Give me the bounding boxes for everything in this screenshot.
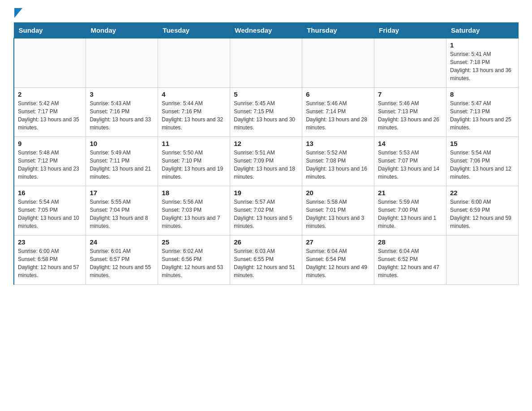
day-of-week-friday: Friday <box>374 23 446 39</box>
day-info: Sunrise: 5:56 AMSunset: 7:03 PMDaylight:… <box>162 198 226 230</box>
calendar-cell <box>14 38 86 87</box>
day-info: Sunrise: 5:49 AMSunset: 7:11 PMDaylight:… <box>90 149 154 181</box>
day-info: Sunrise: 6:02 AMSunset: 6:56 PMDaylight:… <box>162 247 226 279</box>
day-number: 13 <box>306 140 370 147</box>
day-number: 21 <box>378 189 442 197</box>
day-number: 24 <box>90 238 154 246</box>
day-info: Sunrise: 6:01 AMSunset: 6:57 PMDaylight:… <box>90 247 154 279</box>
day-info: Sunrise: 5:55 AMSunset: 7:04 PMDaylight:… <box>90 198 154 230</box>
day-number: 9 <box>18 140 82 147</box>
day-of-week-thursday: Thursday <box>302 23 374 39</box>
calendar-cell: 8Sunrise: 5:47 AMSunset: 7:13 PMDaylight… <box>446 87 519 137</box>
calendar-cell: 4Sunrise: 5:44 AMSunset: 7:16 PMDaylight… <box>158 87 230 137</box>
day-number: 27 <box>306 238 370 246</box>
calendar-week-row: 16Sunrise: 5:54 AMSunset: 7:05 PMDayligh… <box>14 186 519 235</box>
calendar-cell: 6Sunrise: 5:46 AMSunset: 7:14 PMDaylight… <box>302 87 374 137</box>
day-number: 1 <box>450 41 515 49</box>
day-number: 3 <box>90 90 154 98</box>
calendar-cell: 10Sunrise: 5:49 AMSunset: 7:11 PMDayligh… <box>86 137 158 186</box>
day-number: 25 <box>162 238 226 246</box>
day-number: 11 <box>162 140 226 147</box>
day-number: 22 <box>450 189 515 197</box>
day-info: Sunrise: 5:42 AMSunset: 7:17 PMDaylight:… <box>18 99 82 132</box>
calendar-cell: 17Sunrise: 5:55 AMSunset: 7:04 PMDayligh… <box>86 186 158 235</box>
calendar-week-row: 2Sunrise: 5:42 AMSunset: 7:17 PMDaylight… <box>14 87 519 137</box>
day-number: 23 <box>18 238 82 246</box>
day-info: Sunrise: 5:43 AMSunset: 7:16 PMDaylight:… <box>90 99 154 132</box>
day-of-week-saturday: Saturday <box>446 23 519 39</box>
calendar-cell: 23Sunrise: 6:00 AMSunset: 6:58 PMDayligh… <box>14 235 86 284</box>
calendar-cell <box>86 38 158 87</box>
day-info: Sunrise: 5:53 AMSunset: 7:07 PMDaylight:… <box>378 149 442 181</box>
calendar-week-row: 23Sunrise: 6:00 AMSunset: 6:58 PMDayligh… <box>14 235 519 284</box>
calendar-table: SundayMondayTuesdayWednesdayThursdayFrid… <box>13 22 519 285</box>
calendar-cell: 26Sunrise: 6:03 AMSunset: 6:55 PMDayligh… <box>230 235 302 284</box>
day-of-week-tuesday: Tuesday <box>158 23 230 39</box>
calendar-cell <box>446 235 519 284</box>
page-header <box>13 9 519 18</box>
calendar-cell: 3Sunrise: 5:43 AMSunset: 7:16 PMDaylight… <box>86 87 158 137</box>
day-info: Sunrise: 5:59 AMSunset: 7:00 PMDaylight:… <box>378 198 442 230</box>
calendar-cell: 19Sunrise: 5:57 AMSunset: 7:02 PMDayligh… <box>230 186 302 235</box>
logo-triangle-icon <box>14 8 22 18</box>
day-info: Sunrise: 5:48 AMSunset: 7:12 PMDaylight:… <box>18 149 82 181</box>
day-info: Sunrise: 6:03 AMSunset: 6:55 PMDaylight:… <box>234 247 298 279</box>
calendar-cell: 15Sunrise: 5:54 AMSunset: 7:06 PMDayligh… <box>446 137 519 186</box>
calendar-cell: 25Sunrise: 6:02 AMSunset: 6:56 PMDayligh… <box>158 235 230 284</box>
calendar-cell: 13Sunrise: 5:52 AMSunset: 7:08 PMDayligh… <box>302 137 374 186</box>
calendar-week-row: 1Sunrise: 5:41 AMSunset: 7:18 PMDaylight… <box>14 38 519 87</box>
calendar-cell: 16Sunrise: 5:54 AMSunset: 7:05 PMDayligh… <box>14 186 86 235</box>
calendar-cell: 12Sunrise: 5:51 AMSunset: 7:09 PMDayligh… <box>230 137 302 186</box>
calendar-cell: 2Sunrise: 5:42 AMSunset: 7:17 PMDaylight… <box>14 87 86 137</box>
day-info: Sunrise: 6:04 AMSunset: 6:54 PMDaylight:… <box>306 247 370 279</box>
day-number: 5 <box>234 90 298 98</box>
calendar-cell: 28Sunrise: 6:04 AMSunset: 6:52 PMDayligh… <box>374 235 446 284</box>
day-number: 4 <box>162 90 226 98</box>
day-number: 12 <box>234 140 298 147</box>
day-number: 2 <box>18 90 82 98</box>
day-number: 17 <box>90 189 154 197</box>
day-info: Sunrise: 5:41 AMSunset: 7:18 PMDaylight:… <box>450 50 515 82</box>
day-info: Sunrise: 5:45 AMSunset: 7:15 PMDaylight:… <box>234 99 298 132</box>
day-number: 19 <box>234 189 298 197</box>
calendar-cell: 22Sunrise: 6:00 AMSunset: 6:59 PMDayligh… <box>446 186 519 235</box>
calendar-cell: 18Sunrise: 5:56 AMSunset: 7:03 PMDayligh… <box>158 186 230 235</box>
calendar-cell: 24Sunrise: 6:01 AMSunset: 6:57 PMDayligh… <box>86 235 158 284</box>
day-number: 8 <box>450 90 515 98</box>
calendar-cell: 21Sunrise: 5:59 AMSunset: 7:00 PMDayligh… <box>374 186 446 235</box>
day-info: Sunrise: 5:54 AMSunset: 7:05 PMDaylight:… <box>18 198 82 230</box>
day-info: Sunrise: 5:44 AMSunset: 7:16 PMDaylight:… <box>162 99 226 132</box>
calendar-cell: 7Sunrise: 5:46 AMSunset: 7:13 PMDaylight… <box>374 87 446 137</box>
calendar-cell <box>302 38 374 87</box>
calendar-cell <box>374 38 446 87</box>
day-info: Sunrise: 5:50 AMSunset: 7:10 PMDaylight:… <box>162 149 226 181</box>
day-number: 10 <box>90 140 154 147</box>
day-number: 14 <box>378 140 442 147</box>
calendar-cell: 11Sunrise: 5:50 AMSunset: 7:10 PMDayligh… <box>158 137 230 186</box>
calendar-cell: 14Sunrise: 5:53 AMSunset: 7:07 PMDayligh… <box>374 137 446 186</box>
calendar-week-row: 9Sunrise: 5:48 AMSunset: 7:12 PMDaylight… <box>14 137 519 186</box>
day-info: Sunrise: 5:54 AMSunset: 7:06 PMDaylight:… <box>450 149 515 181</box>
day-info: Sunrise: 6:00 AMSunset: 6:58 PMDaylight:… <box>18 247 82 279</box>
day-info: Sunrise: 5:47 AMSunset: 7:13 PMDaylight:… <box>450 99 515 132</box>
calendar-header-row: SundayMondayTuesdayWednesdayThursdayFrid… <box>14 23 519 39</box>
calendar-cell: 1Sunrise: 5:41 AMSunset: 7:18 PMDaylight… <box>446 38 519 87</box>
day-info: Sunrise: 5:51 AMSunset: 7:09 PMDaylight:… <box>234 149 298 181</box>
day-number: 7 <box>378 90 442 98</box>
day-number: 15 <box>450 140 515 147</box>
day-info: Sunrise: 5:46 AMSunset: 7:14 PMDaylight:… <box>306 99 370 132</box>
day-number: 16 <box>18 189 82 197</box>
day-info: Sunrise: 5:58 AMSunset: 7:01 PMDaylight:… <box>306 198 370 230</box>
calendar-cell <box>230 38 302 87</box>
calendar-cell: 5Sunrise: 5:45 AMSunset: 7:15 PMDaylight… <box>230 87 302 137</box>
day-number: 26 <box>234 238 298 246</box>
calendar-cell: 20Sunrise: 5:58 AMSunset: 7:01 PMDayligh… <box>302 186 374 235</box>
day-info: Sunrise: 5:46 AMSunset: 7:13 PMDaylight:… <box>378 99 442 132</box>
day-of-week-monday: Monday <box>86 23 158 39</box>
day-number: 6 <box>306 90 370 98</box>
day-of-week-wednesday: Wednesday <box>230 23 302 39</box>
day-number: 18 <box>162 189 226 197</box>
day-info: Sunrise: 6:04 AMSunset: 6:52 PMDaylight:… <box>378 247 442 279</box>
svg-marker-0 <box>14 8 22 18</box>
day-info: Sunrise: 5:52 AMSunset: 7:08 PMDaylight:… <box>306 149 370 181</box>
